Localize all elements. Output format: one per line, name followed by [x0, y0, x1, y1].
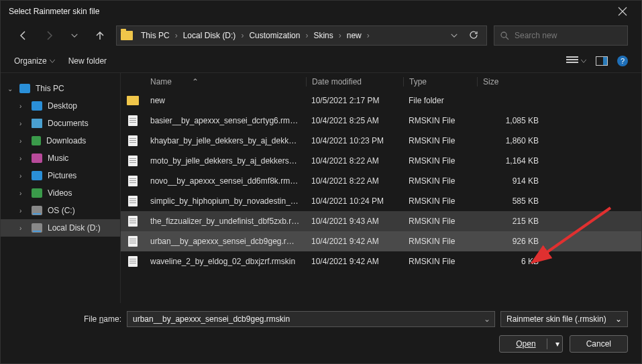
- file-date: 10/4/2021 8:25 AM: [306, 116, 403, 125]
- list-view-icon: [566, 56, 578, 66]
- file-size: 926 KB: [477, 237, 544, 246]
- search-input[interactable]: Search new: [494, 25, 628, 46]
- new-folder-button[interactable]: New folder: [68, 56, 107, 66]
- chevron-down-icon: ⌄: [7, 85, 14, 93]
- file-size: 1,164 KB: [477, 156, 544, 166]
- documents-icon: [32, 119, 42, 128]
- file-date: 10/4/2021 9:42 AM: [306, 257, 403, 266]
- organize-button[interactable]: Organize: [14, 56, 55, 66]
- folder-icon: [121, 31, 133, 40]
- file-date: 10/4/2021 8:22 AM: [306, 156, 403, 166]
- up-button[interactable]: [91, 26, 109, 45]
- address-bar[interactable]: This PC› Local Disk (D:)› Customization›…: [116, 25, 487, 46]
- sidebar-item-this-pc[interactable]: ⌄This PC: [1, 80, 120, 97]
- folder-icon: [127, 96, 139, 105]
- music-icon: [32, 154, 42, 163]
- column-type[interactable]: Type: [403, 77, 477, 86]
- file-date: 10/4/2021 10:24 PM: [306, 196, 403, 206]
- file-type: File folder: [403, 96, 477, 105]
- file-name: basier__by_apexxx_sensei_dcrtyg6.rmskin: [145, 116, 306, 125]
- file-icon: [128, 256, 138, 267]
- open-button[interactable]: Open▾: [499, 335, 562, 353]
- sidebar: ⌄This PC ›Desktop ›Documents ›Downloads …: [1, 73, 120, 303]
- column-date[interactable]: Date modified: [306, 77, 403, 86]
- chevron-right-icon: ›: [304, 31, 309, 40]
- file-icon: [128, 196, 138, 206]
- filename-input[interactable]: urban__by_apexxx_sensei_dcb9geg.rmskin⌄: [127, 311, 495, 327]
- file-type: RMSKIN File: [403, 196, 477, 206]
- column-size[interactable]: Size: [477, 77, 551, 86]
- chevron-right-icon: ›: [337, 31, 343, 40]
- file-size: 6 KB: [477, 257, 544, 266]
- sidebar-item-music[interactable]: ›Music: [1, 149, 120, 167]
- footer: File name: urban__by_apexxx_sensei_dcb9g…: [1, 303, 641, 363]
- file-row[interactable]: the_fizzualizer_by_undefinist_dbf5zxb.rm…: [121, 211, 641, 231]
- recent-button[interactable]: [65, 26, 84, 45]
- file-size: 215 KB: [477, 217, 544, 226]
- chevron-right-icon: ›: [366, 31, 371, 40]
- sort-indicator-icon: ⌃: [192, 77, 199, 86]
- file-row[interactable]: moto_by_jelle_dekkers_by_aj_dekkers_de..…: [121, 151, 641, 171]
- forward-button[interactable]: [40, 26, 58, 45]
- file-size: 585 KB: [477, 196, 544, 206]
- file-row[interactable]: novo__by_apexxx_sensei_dd6mf8k.rmskin10/…: [121, 171, 641, 191]
- column-headers: Name⌃ Date modified Type Size: [121, 73, 641, 90]
- breadcrumb-item[interactable]: new: [344, 31, 364, 40]
- desktop-icon: [32, 101, 42, 111]
- chevron-down-icon[interactable]: ▾: [555, 339, 559, 349]
- file-icon: [128, 176, 138, 186]
- sidebar-item-videos[interactable]: ›Videos: [1, 184, 120, 202]
- chevron-down-icon[interactable]: ⌄: [484, 314, 490, 324]
- pc-icon: [19, 84, 30, 93]
- sidebar-item-local-disk-d[interactable]: ›Local Disk (D:): [1, 219, 120, 237]
- preview-pane-button[interactable]: [596, 56, 608, 66]
- file-icon: [128, 216, 138, 227]
- back-button[interactable]: [14, 26, 33, 45]
- file-name: urban__by_apexxx_sensei_dcb9geg.rmskin: [145, 237, 306, 246]
- cancel-button[interactable]: Cancel: [570, 335, 628, 353]
- drive-icon: [32, 223, 42, 233]
- file-icon: [128, 115, 138, 126]
- file-row[interactable]: waveline_2_by_eldog_02_dbxjzrf.rmskin10/…: [121, 251, 641, 271]
- videos-icon: [32, 188, 42, 198]
- sidebar-item-desktop[interactable]: ›Desktop: [1, 97, 120, 115]
- file-row[interactable]: simplic_by_hiphopium_by_novadestin_d...1…: [121, 191, 641, 211]
- window-title: Select Rainmeter skin file: [9, 7, 612, 16]
- file-row[interactable]: new10/5/2021 2:17 PMFile folder: [121, 90, 641, 111]
- file-icon: [128, 156, 138, 166]
- close-button[interactable]: [612, 1, 633, 22]
- file-row[interactable]: basier__by_apexxx_sensei_dcrtyg6.rmskin1…: [121, 111, 641, 131]
- history-dropdown[interactable]: [445, 26, 464, 45]
- file-type: RMSKIN File: [403, 217, 477, 226]
- file-list: Name⌃ Date modified Type Size new10/5/20…: [120, 73, 641, 303]
- filename-label: File name:: [14, 314, 121, 324]
- file-size: 1,085 KB: [477, 116, 544, 125]
- file-name: waveline_2_by_eldog_02_dbxjzrf.rmskin: [145, 257, 306, 266]
- sidebar-item-documents[interactable]: ›Documents: [1, 115, 120, 132]
- breadcrumb-item[interactable]: This PC: [138, 31, 172, 40]
- column-name[interactable]: Name⌃: [145, 77, 306, 86]
- refresh-button[interactable]: [469, 30, 478, 42]
- file-name: simplic_by_hiphopium_by_novadestin_d...: [145, 196, 306, 206]
- sidebar-item-pictures[interactable]: ›Pictures: [1, 167, 120, 184]
- sidebar-item-os-c[interactable]: ›OS (C:): [1, 202, 120, 219]
- help-button[interactable]: ?: [617, 56, 628, 66]
- file-date: 10/4/2021 8:22 AM: [306, 176, 403, 186]
- file-date: 10/4/2021 10:23 PM: [306, 136, 403, 145]
- file-name: new: [145, 96, 306, 105]
- file-dialog: Select Rainmeter skin file This PC› Loca…: [0, 0, 642, 364]
- chevron-down-icon: ⌄: [615, 314, 622, 324]
- svg-point-0: [501, 32, 506, 38]
- chevron-right-icon: ›: [19, 103, 26, 110]
- breadcrumb-item[interactable]: Skins: [311, 31, 335, 40]
- sidebar-item-downloads[interactable]: ›Downloads: [1, 132, 120, 149]
- breadcrumb-item[interactable]: Customization: [246, 31, 303, 40]
- file-row[interactable]: khaybar_by_jelle_dekkers_by_aj_dekkers_.…: [121, 131, 641, 151]
- filetype-filter[interactable]: Rainmeter skin file (.rmskin)⌄: [500, 311, 628, 327]
- file-row[interactable]: urban__by_apexxx_sensei_dcb9geg.rmskin10…: [121, 231, 641, 251]
- view-button[interactable]: [566, 56, 586, 66]
- file-type: RMSKIN File: [403, 136, 477, 145]
- file-icon: [128, 236, 138, 247]
- file-date: 10/5/2021 2:17 PM: [306, 96, 403, 105]
- breadcrumb-item[interactable]: Local Disk (D:): [180, 31, 239, 40]
